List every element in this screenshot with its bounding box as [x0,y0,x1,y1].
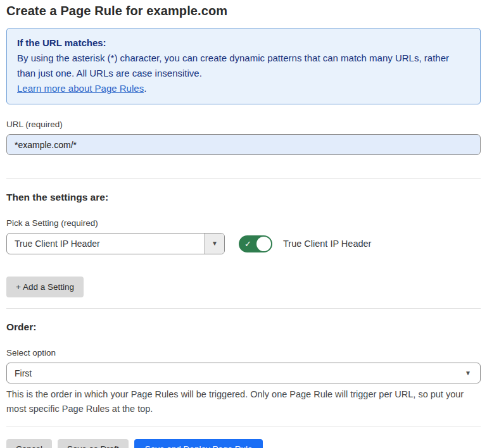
page-title: Create a Page Rule for example.com [6,4,481,18]
toggle-label: True Client IP Header [283,239,371,249]
order-select-value: First [15,368,32,378]
toggle-knob [256,237,271,251]
divider [6,178,481,179]
check-icon: ✓ [244,240,251,248]
info-box-body: By using the asterisk (*) character, you… [17,51,470,81]
link-suffix: . [144,83,146,94]
divider [6,308,481,309]
setting-select-value: True Client IP Header [7,233,205,254]
save-draft-button[interactable]: Save as Draft [58,439,129,448]
setting-row: True Client IP Header ▼ ✓ True Client IP… [6,233,481,254]
info-box-link-line: Learn more about Page Rules. [17,81,470,96]
caret-down-icon: ▼ [465,370,471,376]
url-match-info-box: If the URL matches: By using the asteris… [6,28,481,104]
caret-down-icon: ▼ [212,240,218,247]
url-input[interactable] [6,134,481,155]
settings-section-heading: Then the settings are: [6,192,481,203]
create-page-rule-form: Create a Page Rule for example.com If th… [0,0,487,448]
order-section-heading: Order: [6,321,481,333]
order-select[interactable]: First ▼ [6,363,481,383]
divider [6,426,481,426]
cancel-button[interactable]: Cancel [6,439,52,448]
info-box-heading: If the URL matches: [17,35,470,51]
true-client-ip-toggle[interactable]: ✓ [239,235,272,252]
order-help-text: This is the order in which your Page Rul… [6,387,478,416]
toggle-group: ✓ True Client IP Header [239,235,371,252]
pick-setting-label: Pick a Setting (required) [6,218,481,228]
setting-select[interactable]: True Client IP Header ▼ [6,233,225,254]
setting-select-caret-button[interactable]: ▼ [205,233,224,254]
footer-buttons: Cancel Save as Draft Save and Deploy Pag… [6,439,481,448]
learn-more-link[interactable]: Learn more about Page Rules [17,83,144,94]
add-setting-button[interactable]: + Add a Setting [6,277,84,297]
url-field-label: URL (required) [6,120,481,129]
select-option-label: Select option [6,348,481,358]
save-deploy-button[interactable]: Save and Deploy Page Rule [134,439,263,448]
